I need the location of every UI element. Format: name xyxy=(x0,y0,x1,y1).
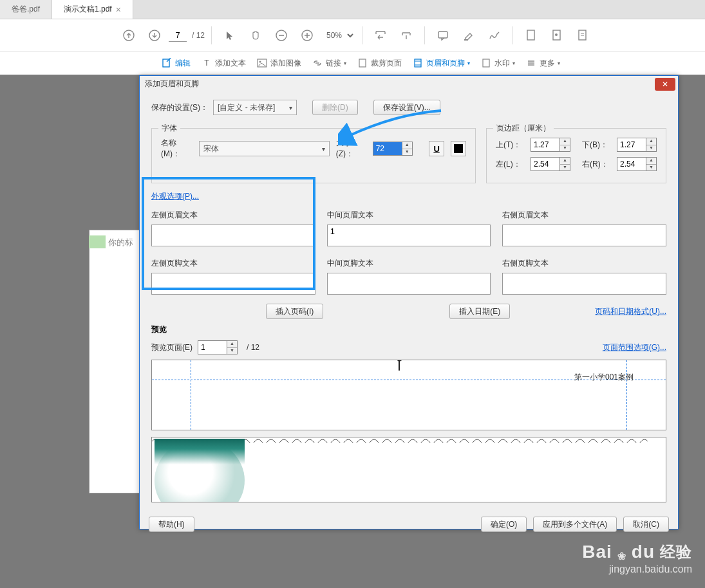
comment-icon[interactable] xyxy=(431,24,455,47)
font-name-select[interactable]: 宋体▾ xyxy=(199,141,329,156)
preview-page-input[interactable] xyxy=(198,340,227,354)
tab-active[interactable]: 演示文稿1.pdf × xyxy=(52,0,133,19)
next-page-icon[interactable] xyxy=(143,24,166,47)
zoom-out-icon[interactable] xyxy=(270,24,293,47)
insert-page-button[interactable]: 插入页码(I) xyxy=(266,304,323,319)
svg-rect-14 xyxy=(483,59,489,67)
crop-tool[interactable]: 裁剪页面 xyxy=(357,57,402,69)
highlight-icon[interactable] xyxy=(457,24,480,47)
margin-top-input[interactable] xyxy=(531,138,560,152)
margin-top-spinner[interactable]: ▲▼ xyxy=(560,138,570,152)
svg-rect-4 xyxy=(438,32,447,38)
doc-highlight xyxy=(89,235,106,248)
save-settings-button[interactable]: 保存设置(V)... xyxy=(373,100,440,115)
right-header-input[interactable] xyxy=(502,225,666,246)
dialog-title: 添加页眉和页脚 xyxy=(145,78,199,89)
left-header-input[interactable] xyxy=(151,225,315,246)
sign-icon[interactable] xyxy=(483,24,506,47)
right-header-label: 右侧页眉文本 xyxy=(502,210,666,221)
svg-point-7 xyxy=(555,33,558,36)
fit-width-icon[interactable] xyxy=(369,24,392,47)
center-footer-input[interactable] xyxy=(327,273,491,295)
link-icon xyxy=(312,57,323,69)
pointer-icon[interactable] xyxy=(218,24,241,47)
insert-date-button[interactable]: 插入日期(E) xyxy=(449,304,510,319)
right-footer-input[interactable] xyxy=(502,273,666,295)
margin-right-label: 右(R)： xyxy=(582,159,610,170)
edit-icon xyxy=(161,57,173,69)
link-tool[interactable]: 链接▾ xyxy=(312,57,346,69)
file-icon-2[interactable] xyxy=(545,24,569,47)
margin-left-spinner[interactable]: ▲▼ xyxy=(560,157,570,171)
secondary-toolbar: 编辑 T添加文本 添加图像 链接▾ 裁剪页面 页眉和页脚▾ 水印▾ 更多▾ xyxy=(0,51,705,75)
preview-footer-box xyxy=(151,437,666,502)
svg-rect-13 xyxy=(415,59,421,67)
preview-total: / 12 xyxy=(247,343,259,352)
file-icon-3[interactable] xyxy=(571,24,594,47)
saved-settings-label: 保存的设置(S)： xyxy=(151,102,208,113)
font-color-button[interactable] xyxy=(451,141,466,156)
svg-rect-5 xyxy=(527,30,534,40)
watermark-tool[interactable]: 水印▾ xyxy=(480,57,515,69)
preview-header-box: 第一小学001案例 xyxy=(151,360,666,430)
prev-page-icon[interactable] xyxy=(117,24,140,47)
right-footer-label: 右侧页脚文本 xyxy=(502,258,666,269)
help-button[interactable]: 帮助(H) xyxy=(149,517,194,532)
tab-bar: 爸爸.pdf 演示文稿1.pdf × xyxy=(0,0,705,19)
margin-left-input[interactable] xyxy=(531,157,560,171)
close-button[interactable]: ✕ xyxy=(655,78,675,91)
margin-left-label: 左(L)： xyxy=(496,159,524,170)
header-footer-icon xyxy=(412,57,424,69)
cancel-button[interactable]: 取消(C) xyxy=(623,517,669,532)
delete-button[interactable]: 删除(D) xyxy=(312,100,358,115)
font-size-spinner[interactable]: ▲▼ xyxy=(402,142,413,156)
preview-page-spinner[interactable]: ▲▼ xyxy=(227,340,238,354)
margin-top-label: 上(T)： xyxy=(496,140,524,151)
margin-right-spinner[interactable]: ▲▼ xyxy=(646,157,657,171)
svg-rect-12 xyxy=(359,59,366,67)
preview-content-text: 第一小学001案例 xyxy=(574,372,634,383)
ok-button[interactable]: 确定(O) xyxy=(481,517,527,532)
margin-right-input[interactable] xyxy=(617,157,646,171)
page-number-input[interactable] xyxy=(169,29,187,42)
hand-icon[interactable] xyxy=(244,24,267,47)
page-total: / 12 xyxy=(192,31,205,40)
more-tool[interactable]: 更多▾ xyxy=(525,57,560,69)
add-text-tool[interactable]: T添加文本 xyxy=(201,57,246,69)
preview-page-label: 预览页面(E) xyxy=(151,342,193,353)
center-header-input[interactable] xyxy=(327,225,491,246)
underline-button[interactable]: U xyxy=(429,141,444,156)
page-range-link[interactable]: 页面范围选项(G)... xyxy=(603,342,666,353)
more-icon xyxy=(525,57,537,69)
apply-multi-button[interactable]: 应用到多个文件(A) xyxy=(533,517,617,532)
watermark-icon xyxy=(480,57,492,69)
font-size-input[interactable] xyxy=(373,142,402,156)
main-toolbar: / 12 50% xyxy=(0,19,705,51)
saved-settings-select[interactable]: [自定义 - 未保存]▾ xyxy=(213,100,297,115)
zoom-in-icon[interactable] xyxy=(296,24,319,47)
doc-text-sample: 你的标 xyxy=(108,237,133,248)
edit-tool[interactable]: 编辑 xyxy=(161,57,191,69)
margin-bottom-label: 下(B)： xyxy=(582,140,610,151)
font-size-label: 大小(Z)： xyxy=(336,138,366,160)
close-icon[interactable]: × xyxy=(116,5,121,14)
image-icon xyxy=(256,57,268,69)
margins-section-label: 页边距（厘米） xyxy=(493,123,554,134)
add-image-tool[interactable]: 添加图像 xyxy=(256,57,301,69)
margin-bottom-spinner[interactable]: ▲▼ xyxy=(646,138,657,152)
zoom-select[interactable]: 50% xyxy=(321,29,355,42)
page-date-format-link[interactable]: 页码和日期格式(U)... xyxy=(595,306,666,317)
appearance-options-link[interactable]: 外观选项(P)... xyxy=(151,192,199,201)
text-icon: T xyxy=(201,57,212,69)
tab-inactive[interactable]: 爸爸.pdf xyxy=(0,0,52,19)
font-section-label: 字体 xyxy=(158,123,180,134)
header-footer-dialog: 添加页眉和页脚 ✕ 保存的设置(S)： [自定义 - 未保存]▾ 删除(D) 保… xyxy=(139,75,679,529)
margin-bottom-input[interactable] xyxy=(617,138,646,152)
left-header-label: 左侧页眉文本 xyxy=(151,210,315,221)
rotate-icon[interactable] xyxy=(395,24,418,47)
font-name-label: 名称(M)： xyxy=(161,138,193,160)
left-footer-input[interactable] xyxy=(151,273,315,295)
center-footer-label: 中间页脚文本 xyxy=(327,258,491,269)
file-icon-1[interactable] xyxy=(520,24,543,47)
header-footer-tool[interactable]: 页眉和页脚▾ xyxy=(412,57,470,69)
